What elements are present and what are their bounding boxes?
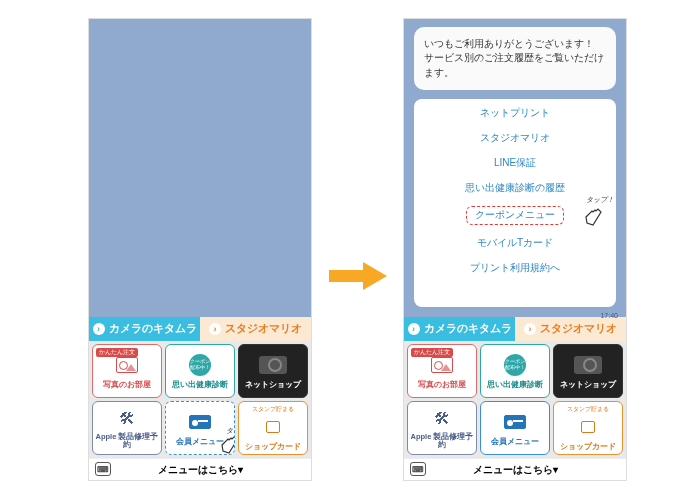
tap-hand-icon <box>580 203 606 229</box>
tile-shop-card[interactable]: スタンプ貯まる ショップカード <box>553 401 623 455</box>
bubble-line-1: いつもご利用ありがとうございます！ <box>424 37 606 51</box>
tab-studiomario[interactable]: › スタジオマリオ <box>200 317 311 341</box>
chevron-right-icon: › <box>408 323 420 335</box>
rich-menu-tabs: › カメラのキタムラ › スタジオマリオ <box>404 317 626 341</box>
rich-menu-tabs: › カメラのキタムラ › スタジオマリオ <box>89 317 311 341</box>
tile-member-menu[interactable]: 会員メニュー <box>480 401 550 455</box>
footer-label: メニューはこちら <box>158 463 238 477</box>
tile-label: 思い出健康診断 <box>487 379 543 390</box>
tab-label: スタジオマリオ <box>540 322 617 336</box>
card-stamp-icon <box>581 415 595 439</box>
chat-area <box>89 19 311 317</box>
photo-icon <box>116 353 138 377</box>
photo-icon <box>431 353 453 377</box>
message-timestamp: 17:40 <box>600 312 618 319</box>
id-card-icon <box>189 410 211 434</box>
tile-label: 思い出健康診断 <box>172 379 228 390</box>
phone-screen-before: › カメラのキタムラ › スタジオマリオ かんたん注文 写真のお部屋 クーポン配… <box>88 18 312 481</box>
arrow-right-icon <box>329 260 387 292</box>
coupon-bubble-icon: クーポン配布中！ <box>504 353 526 377</box>
rich-menu-grid: かんたん注文 写真のお部屋 クーポン配布中！ 思い出健康診断 ネットショップ 🛠… <box>89 341 311 458</box>
wrench-icon: 🛠 <box>119 407 135 431</box>
tab-studiomario[interactable]: › スタジオマリオ <box>515 317 626 341</box>
tile-apple-repair[interactable]: 🛠 Apple 製品修理予約 <box>407 401 477 455</box>
tile-label: ショップカード <box>245 441 301 452</box>
tile-member-menu[interactable]: 会員メニュー タップ！ <box>165 401 235 455</box>
link-studio-mario[interactable]: スタジオマリオ <box>418 130 612 146</box>
tab-kitamura[interactable]: › カメラのキタムラ <box>89 317 200 341</box>
tile-badge: かんたん注文 <box>96 348 138 357</box>
link-memory-health[interactable]: 思い出健康診断の履歴 <box>418 180 612 196</box>
tile-label: ネットショップ <box>245 379 301 390</box>
tile-health-check[interactable]: クーポン配布中！ 思い出健康診断 <box>480 344 550 398</box>
coupon-bubble-icon: クーポン配布中！ <box>189 353 211 377</box>
link-print-terms[interactable]: プリント利用規約へ <box>418 260 612 276</box>
tile-badge: かんたん注文 <box>411 348 453 357</box>
bubble-line-2: サービス別のご注文履歴をご覧いただけます。 <box>424 51 606 80</box>
menu-footer[interactable]: ⌨ メニューはこちら▾ <box>404 458 626 480</box>
tile-sub: スタンプ貯まる <box>567 405 609 414</box>
tab-label: スタジオマリオ <box>225 322 302 336</box>
tile-health-check[interactable]: クーポン配布中！ 思い出健康診断 <box>165 344 235 398</box>
tile-label: 会員メニュー <box>176 436 224 447</box>
tile-photo-room[interactable]: かんたん注文 写真のお部屋 <box>407 344 477 398</box>
tab-label: カメラのキタムラ <box>424 322 512 336</box>
tap-label: タップ！ <box>586 195 614 205</box>
camera-icon <box>259 353 287 377</box>
id-card-icon <box>504 410 526 434</box>
tile-label: Apple 製品修理予約 <box>93 433 161 450</box>
link-coupon-menu[interactable]: クーポンメニュー タップ！ <box>418 205 612 226</box>
rich-menu-grid: かんたん注文 写真のお部屋 クーポン配布中！ 思い出健康診断 ネットショップ 🛠… <box>404 341 626 458</box>
tile-net-shop[interactable]: ネットショップ <box>238 344 308 398</box>
chevron-right-icon: › <box>524 323 536 335</box>
tile-net-shop[interactable]: ネットショップ <box>553 344 623 398</box>
wrench-icon: 🛠 <box>434 407 450 431</box>
tile-apple-repair[interactable]: 🛠 Apple 製品修理予約 <box>92 401 162 455</box>
link-net-print[interactable]: ネットプリント <box>418 105 612 121</box>
camera-icon <box>574 353 602 377</box>
chevron-right-icon: › <box>209 323 221 335</box>
menu-footer[interactable]: ⌨ メニューはこちら▾ <box>89 458 311 480</box>
chevron-down-icon: ▾ <box>553 464 558 475</box>
chat-bubble: いつもご利用ありがとうございます！ サービス別のご注文履歴をご覧いただけます。 <box>414 27 616 90</box>
keyboard-icon[interactable]: ⌨ <box>410 462 426 476</box>
tile-photo-room[interactable]: かんたん注文 写真のお部屋 <box>92 344 162 398</box>
keyboard-icon[interactable]: ⌨ <box>95 462 111 476</box>
chevron-down-icon: ▾ <box>238 464 243 475</box>
chat-link-card: ネットプリント スタジオマリオ LINE保証 思い出健康診断の履歴 クーポンメニ… <box>414 99 616 307</box>
tile-label: ショップカード <box>560 441 616 452</box>
tile-label: 会員メニュー <box>491 436 539 447</box>
tile-label: Apple 製品修理予約 <box>408 433 476 450</box>
tab-kitamura[interactable]: › カメラのキタムラ <box>404 317 515 341</box>
tab-label: カメラのキタムラ <box>109 322 197 336</box>
link-mobile-tcard[interactable]: モバイルTカード <box>418 235 612 251</box>
tile-shop-card[interactable]: スタンプ貯まる ショップカード <box>238 401 308 455</box>
tile-label: 写真のお部屋 <box>103 379 151 390</box>
link-line-warranty[interactable]: LINE保証 <box>418 155 612 171</box>
tile-label: ネットショップ <box>560 379 616 390</box>
card-stamp-icon <box>266 415 280 439</box>
tile-label: 写真のお部屋 <box>418 379 466 390</box>
chevron-right-icon: › <box>93 323 105 335</box>
tile-sub: スタンプ貯まる <box>252 405 294 414</box>
tap-label: タップ！ <box>226 426 235 436</box>
phone-screen-after: いつもご利用ありがとうございます！ サービス別のご注文履歴をご覧いただけます。 … <box>403 18 627 481</box>
chat-area: いつもご利用ありがとうございます！ サービス別のご注文履歴をご覧いただけます。 … <box>404 19 626 317</box>
footer-label: メニューはこちら <box>473 463 553 477</box>
